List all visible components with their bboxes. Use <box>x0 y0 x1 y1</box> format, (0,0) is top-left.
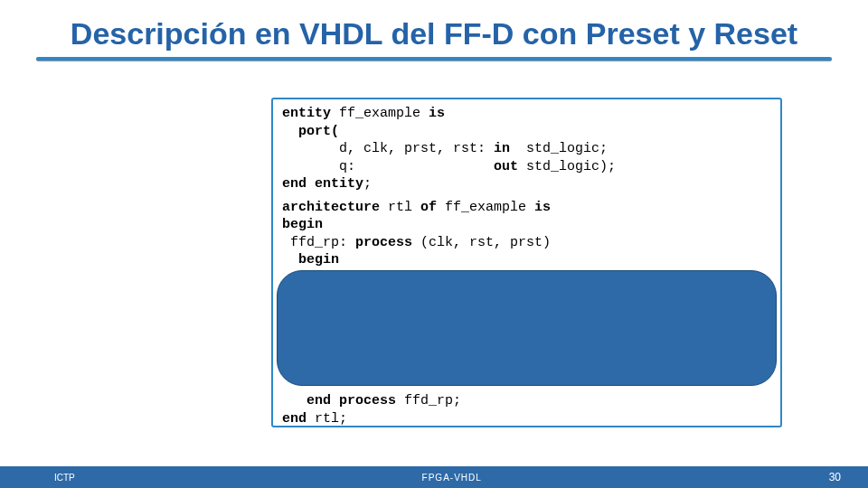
keyword-begin: begin <box>282 217 323 232</box>
keyword-of: of <box>420 200 437 215</box>
code-text: std_logic; <box>510 141 608 156</box>
code-text: ffd_rp: <box>282 235 355 250</box>
keyword-port: port( <box>282 124 339 139</box>
keyword-out: out <box>494 159 518 174</box>
keyword-end-entity: end entity <box>282 176 363 192</box>
keyword-is: is <box>429 106 445 121</box>
code-line: port( <box>282 123 771 141</box>
keyword-entity: entity <box>282 106 331 121</box>
keyword-process: process <box>355 235 412 250</box>
footer-center: FPGA-VHDL <box>75 473 829 483</box>
code-text: rtl; <box>307 411 347 427</box>
code-text: ffd_rp; <box>396 393 461 408</box>
keyword-is: is <box>534 200 551 215</box>
code-line: end rtl; <box>282 410 771 428</box>
code-line: entity ff_example is <box>282 105 771 123</box>
title-underline <box>36 57 832 61</box>
code-text: d, clk, prst, rst: <box>282 141 494 156</box>
keyword-architecture: architecture <box>282 200 380 215</box>
footer-bar: ICTP FPGA-VHDL 30 <box>0 466 868 488</box>
code-line: architecture rtl of ff_example is <box>282 199 771 217</box>
footer-page-number: 30 <box>829 471 868 483</box>
code-line: ffd_rp: process (clk, rst, prst) <box>282 234 771 252</box>
code-line: begin <box>282 216 771 234</box>
footer-left: ICTP <box>0 473 75 483</box>
code-text: ; <box>363 176 372 192</box>
code-line: end process ffd_rp; <box>282 392 771 410</box>
code-text: q: <box>282 159 494 174</box>
slide-title: Descripción en VHDL del FF-D con Preset … <box>0 0 868 52</box>
code-line: q: out std_logic); <box>282 158 771 176</box>
code-line: begin <box>282 251 771 269</box>
code-text: rtl <box>380 200 420 215</box>
code-text: ff_example <box>331 106 429 121</box>
code-line: end entity; <box>282 175 771 193</box>
code-text: std_logic); <box>518 159 616 174</box>
code-text: (clk, rst, prst) <box>412 235 551 250</box>
keyword-begin: begin <box>282 252 339 267</box>
code-line: d, clk, prst, rst: in std_logic; <box>282 140 771 158</box>
code-text: ff_example <box>437 200 534 215</box>
keyword-in: in <box>494 141 510 156</box>
keyword-end: end <box>282 411 307 427</box>
hidden-code-overlay <box>277 270 777 386</box>
keyword-end-process: end process <box>282 393 396 408</box>
